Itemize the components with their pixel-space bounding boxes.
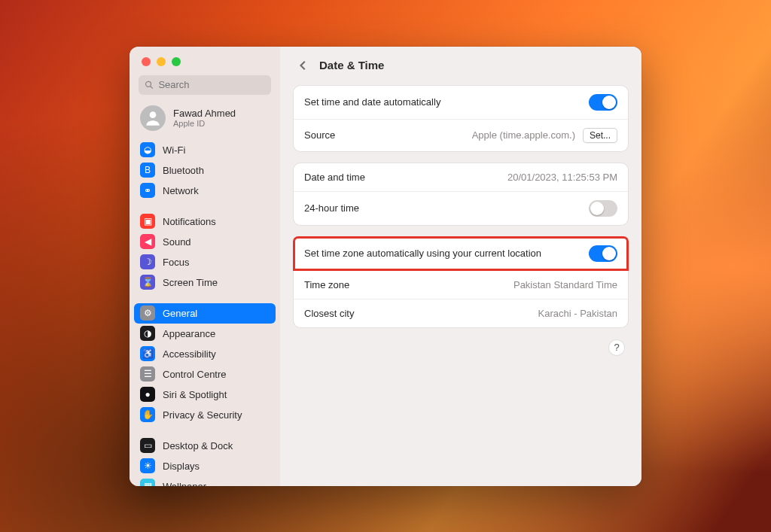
main-pane: Date & Time Set time and date automatica… (280, 47, 641, 486)
page-title: Date & Time (319, 59, 384, 71)
label: Date and time (304, 172, 365, 183)
sidebar-item-label: Notifications (163, 216, 216, 227)
sidebar-item-screen-time[interactable]: ⌛Screen Time (134, 272, 276, 293)
svg-point-0 (146, 81, 151, 87)
sidebar-item-label: Privacy & Security (163, 409, 242, 421)
sidebar-item-label: Siri & Spotlight (163, 389, 227, 400)
sidebar-item-label: Focus (163, 257, 189, 268)
content: Set time and date automatically Source A… (280, 84, 641, 486)
label: Set time and date automatically (304, 96, 440, 108)
person-icon (143, 108, 163, 128)
sidebar-item-focus[interactable]: ☽Focus (134, 252, 276, 272)
row-closest-city: Closest city Karachi - Pakistan (294, 299, 628, 327)
chevron-left-icon (298, 60, 309, 71)
help-button[interactable]: ? (608, 339, 625, 356)
sidebar-item-label: Wi-Fi (163, 144, 185, 156)
row-date-time: Date and time 20/01/2023, 11:25:53 PM (294, 163, 628, 191)
notifications-icon: ▣ (140, 214, 155, 229)
sidebar-item-wallpaper[interactable]: ▦Wallpaper (134, 476, 276, 486)
avatar (140, 105, 166, 131)
account-name: Fawad Ahmed (173, 108, 236, 119)
close-window-button[interactable] (142, 57, 151, 66)
sidebar-item-general[interactable]: ⚙General (134, 303, 276, 324)
sidebar: Fawad Ahmed Apple ID ◒Wi-FiBBluetooth⚭Ne… (130, 47, 280, 486)
panel-auto-time: Set time and date automatically Source A… (294, 86, 628, 151)
set-source-button[interactable]: Set... (583, 128, 617, 143)
titlebar: Date & Time (280, 47, 641, 84)
privacy-security-icon: ✋ (140, 407, 155, 422)
wi-fi-icon: ◒ (140, 142, 155, 157)
sidebar-item-appearance[interactable]: ◑Appearance (134, 324, 276, 344)
panel-time-zone: Set time zone automatically using your c… (294, 237, 628, 327)
row-24-hour: 24-hour time (294, 191, 628, 225)
appearance-icon: ◑ (140, 326, 155, 341)
row-set-time-automatically: Set time and date automatically (294, 86, 628, 119)
siri-spotlight-icon: ● (140, 387, 155, 402)
sidebar-item-notifications[interactable]: ▣Notifications (134, 211, 276, 232)
apple-id-row[interactable]: Fawad Ahmed Apple ID (130, 104, 280, 140)
account-sub: Apple ID (173, 119, 236, 128)
source-value: Apple (time.apple.com.) (472, 129, 575, 141)
sidebar-item-label: Accessibility (163, 348, 216, 360)
back-button[interactable] (295, 57, 312, 74)
zoom-window-button[interactable] (172, 57, 181, 66)
toggle-24-hour[interactable] (589, 200, 617, 217)
window-controls (130, 47, 280, 74)
sidebar-item-label: Screen Time (163, 277, 218, 288)
sidebar-item-privacy-security[interactable]: ✋Privacy & Security (134, 405, 276, 425)
minimize-window-button[interactable] (157, 57, 166, 66)
control-centre-icon: ☰ (140, 366, 155, 382)
label: Time zone (304, 279, 349, 290)
toggle-tz-automatically[interactable] (589, 245, 617, 262)
panel-date-time: Date and time 20/01/2023, 11:25:53 PM 24… (294, 163, 628, 225)
screen-time-icon: ⌛ (140, 275, 155, 290)
sidebar-item-label: Sound (163, 236, 191, 248)
sidebar-item-label: Control Centre (163, 369, 227, 380)
sidebar-item-label: Network (163, 185, 199, 196)
time-zone-value: Pakistan Standard Time (513, 279, 617, 290)
label: Closest city (304, 308, 354, 319)
row-tz-automatically: Set time zone automatically using your c… (294, 237, 628, 270)
network-icon: ⚭ (140, 183, 155, 198)
bluetooth-icon: B (140, 163, 155, 178)
sidebar-item-displays[interactable]: ☀Displays (134, 456, 276, 476)
accessibility-icon: ♿ (140, 346, 155, 361)
toggle-set-time-automatically[interactable] (589, 94, 617, 111)
date-time-value: 20/01/2023, 11:25:53 PM (507, 172, 617, 183)
displays-icon: ☀ (140, 458, 155, 473)
sidebar-item-wi-fi[interactable]: ◒Wi-Fi (134, 140, 276, 160)
label: 24-hour time (304, 202, 359, 214)
wallpaper-icon: ▦ (140, 479, 155, 486)
row-source: Source Apple (time.apple.com.) Set... (294, 119, 628, 151)
sidebar-list: ◒Wi-FiBBluetooth⚭Network▣Notifications◀S… (130, 140, 280, 486)
sidebar-item-label: Appearance (163, 328, 215, 339)
sidebar-item-network[interactable]: ⚭Network (134, 181, 276, 201)
sidebar-item-sound[interactable]: ◀Sound (134, 232, 276, 252)
settings-window: Fawad Ahmed Apple ID ◒Wi-FiBBluetooth⚭Ne… (130, 47, 641, 486)
label: Set time zone automatically using your c… (304, 248, 541, 259)
sidebar-item-label: General (163, 308, 197, 319)
label: Source (304, 129, 335, 141)
sidebar-item-control-centre[interactable]: ☰Control Centre (134, 364, 276, 385)
sidebar-item-siri-spotlight[interactable]: ●Siri & Spotlight (134, 385, 276, 405)
search-input[interactable] (158, 79, 265, 90)
search-field[interactable] (139, 75, 271, 95)
sidebar-item-accessibility[interactable]: ♿Accessibility (134, 344, 276, 364)
row-time-zone: Time zone Pakistan Standard Time (294, 270, 628, 299)
search-icon (145, 80, 154, 90)
sidebar-item-label: Bluetooth (163, 165, 204, 176)
sidebar-item-label: Desktop & Dock (163, 440, 233, 451)
general-icon: ⚙ (140, 306, 155, 321)
sidebar-item-desktop-dock[interactable]: ▭Desktop & Dock (134, 436, 276, 456)
desktop-dock-icon: ▭ (140, 438, 155, 453)
sidebar-item-label: Displays (163, 461, 200, 472)
svg-line-1 (151, 86, 153, 88)
sidebar-item-label: Wallpaper (163, 481, 206, 486)
svg-point-2 (150, 111, 157, 118)
sound-icon: ◀ (140, 234, 155, 249)
focus-icon: ☽ (140, 254, 155, 269)
closest-city-value: Karachi - Pakistan (538, 308, 618, 319)
sidebar-item-bluetooth[interactable]: BBluetooth (134, 160, 276, 181)
